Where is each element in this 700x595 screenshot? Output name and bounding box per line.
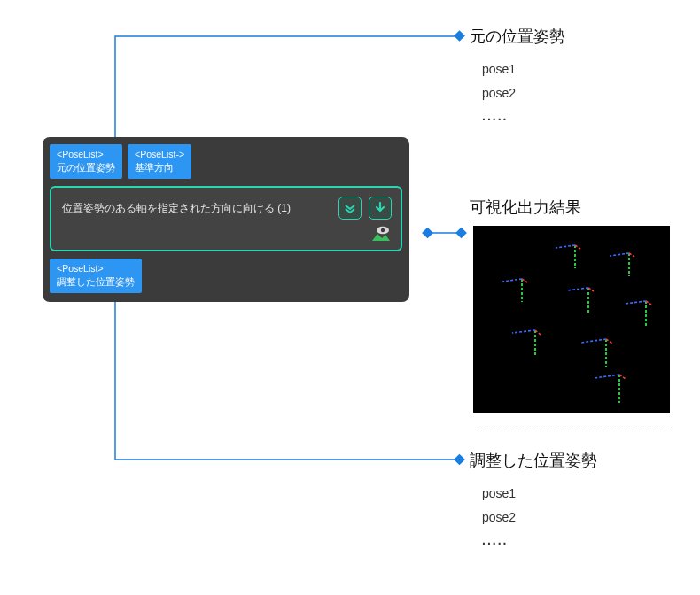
list-item: pose2 <box>482 81 565 105</box>
svg-rect-3 <box>422 228 433 239</box>
run-down-icon <box>374 201 386 215</box>
node-card: <PoseList> 元の位置姿勢 <PoseList-> 基準方向 位置姿勢の… <box>43 137 409 302</box>
svg-line-12 <box>629 253 634 257</box>
svg-line-10 <box>556 245 575 248</box>
port-name: 調整した位置姿勢 <box>57 275 135 289</box>
svg-line-27 <box>606 339 612 344</box>
viz-row <box>62 225 392 243</box>
section-viz: 可視化出力結果 <box>470 197 581 218</box>
run-button[interactable] <box>369 197 392 220</box>
list-item: pose1 <box>482 482 597 506</box>
visualize-button[interactable] <box>370 225 392 243</box>
section-list: pose1 pose2 ..... <box>482 58 565 128</box>
list-item: pose1 <box>482 58 565 81</box>
list-item: pose2 <box>482 506 597 529</box>
svg-line-18 <box>588 288 594 291</box>
port-name: 元の位置姿勢 <box>57 161 115 174</box>
svg-line-16 <box>502 279 522 282</box>
svg-line-25 <box>512 330 535 333</box>
svg-line-22 <box>625 301 646 304</box>
svg-line-15 <box>522 279 527 282</box>
viz-output-image <box>473 226 670 413</box>
svg-line-24 <box>535 330 541 335</box>
output-port-row: <PoseList> 調整した位置姿勢 <box>50 259 402 293</box>
expand-button[interactable] <box>338 197 362 220</box>
input-port-row: <PoseList> 元の位置姿勢 <PoseList-> 基準方向 <box>50 144 402 179</box>
svg-rect-2 <box>455 228 467 239</box>
section-list: pose1 pose2 ..... <box>482 482 597 552</box>
node-title: 位置姿勢のある軸を指定された方向に向ける (1) <box>62 201 331 216</box>
port-type: <PoseList-> <box>135 148 184 161</box>
svg-line-9 <box>575 245 580 249</box>
list-ellipsis: ..... <box>482 529 597 552</box>
svg-line-13 <box>610 253 629 256</box>
input-port-original[interactable]: <PoseList> 元の位置姿勢 <box>50 144 122 179</box>
section-title: 調整した位置姿勢 <box>470 450 597 471</box>
svg-rect-4 <box>454 454 465 466</box>
node-title-row: 位置姿勢のある軸を指定された方向に向ける (1) <box>62 197 392 220</box>
port-type: <PoseList> <box>57 262 135 275</box>
divider <box>475 429 670 429</box>
port-name: 基準方向 <box>135 161 184 174</box>
node-body[interactable]: 位置姿勢のある軸を指定された方向に向ける (1) <box>50 186 402 251</box>
eye-image-icon <box>370 225 392 243</box>
list-ellipsis: ..... <box>482 104 565 128</box>
section-title: 可視化出力結果 <box>470 197 581 218</box>
section-original-poses: 元の位置姿勢 pose1 pose2 ..... <box>470 26 565 128</box>
svg-line-30 <box>619 375 626 379</box>
section-adjusted-poses: 調整した位置姿勢 pose1 pose2 ..... <box>470 450 597 552</box>
port-type: <PoseList> <box>57 148 115 161</box>
output-port-adjusted[interactable]: <PoseList> 調整した位置姿勢 <box>50 259 142 293</box>
svg-line-19 <box>567 288 588 290</box>
input-port-reference[interactable]: <PoseList-> 基準方向 <box>128 144 191 179</box>
svg-line-28 <box>581 339 606 343</box>
svg-point-7 <box>381 228 385 232</box>
svg-rect-0 <box>454 30 465 42</box>
section-title: 元の位置姿勢 <box>470 26 565 47</box>
svg-line-31 <box>595 375 619 378</box>
svg-line-21 <box>646 301 651 305</box>
expand-down-icon <box>343 201 357 215</box>
